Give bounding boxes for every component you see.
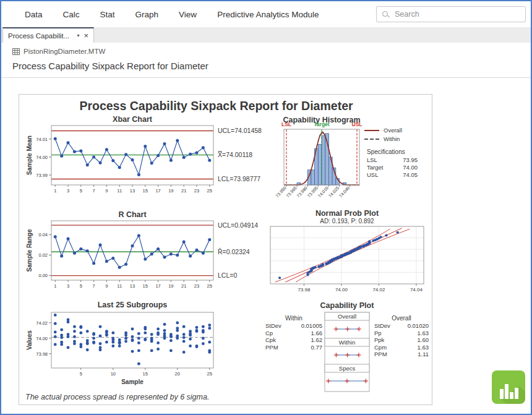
worksheet-grid-icon [12,48,20,55]
svg-text:17: 17 [155,283,160,289]
svg-text:74.025: 74.025 [328,186,340,199]
graph-panel[interactable]: Process Capability Sixpack Report for Di… [19,94,432,405]
svg-text:0.00: 0.00 [38,273,48,278]
svg-text:Sample: Sample [121,379,144,385]
r-chart: R ChartUCL=0.04914R̄=0.02324LCL=00.000.0… [24,211,278,297]
svg-text:Specs: Specs [339,365,356,372]
tab-close-icon[interactable]: × [84,32,88,40]
svg-text:5: 5 [80,371,82,377]
svg-text:Target: Target [314,121,330,127]
spec-row-lsl: LSL 73.95 [364,156,418,164]
tab-label: Process Capabilit... [8,32,72,40]
app-window: Data Calc Stat Graph View Predictive Ana… [0,0,532,415]
minitab-graph-icon [492,370,525,404]
capability-plot: Capability PlotOverallWithinSpecs Within… [264,301,430,404]
worksheet-name: PistonRingDiameter.MTW [24,48,105,55]
svg-text:Values: Values [26,330,33,350]
svg-text:23: 23 [194,188,199,194]
svg-text:3: 3 [67,188,69,194]
svg-text:X̿=74.00118: X̿=74.00118 [217,151,252,158]
search-box[interactable] [376,6,526,22]
svg-text:1: 1 [54,188,56,194]
legend-overall: Overall [364,127,429,134]
search-icon [382,11,390,19]
normal-prob-plot: Normal Prob PlotAD: 0.193, P: 0.89273.98… [264,210,429,302]
svg-text:Sample Mean: Sample Mean [26,135,33,175]
tab-dropdown-icon[interactable]: ▾ [77,33,79,38]
svg-text:15: 15 [143,371,148,377]
xbar-chart: Xbar ChartUCL=74.01458X̿=74.00118LCL=73.… [24,116,278,202]
svg-text:74.040: 74.040 [338,186,351,199]
svg-text:74.00: 74.00 [36,336,48,341]
page-title: Process Capability Sixpack Report for Di… [12,61,520,71]
svg-text:74.00: 74.00 [335,287,348,293]
search-input[interactable] [393,9,521,19]
menu-predictive-analytics-module[interactable]: Predictive Analytics Module [217,10,319,19]
svg-text:R̄=0.02324: R̄=0.02324 [218,248,250,255]
legend-overall-label: Overall [384,127,402,134]
svg-text:AD: 0.193, P: 0.892: AD: 0.193, P: 0.892 [320,218,374,225]
svg-text:7: 7 [93,188,95,194]
svg-text:UCL=0.04914: UCL=0.04914 [218,221,258,229]
svg-text:LCL=0: LCL=0 [218,272,237,279]
svg-text:74.00: 74.00 [36,155,48,160]
svg-text:74.01: 74.01 [36,137,48,142]
svg-text:74.04: 74.04 [410,287,423,293]
svg-text:19: 19 [168,188,173,194]
svg-text:15: 15 [143,283,148,289]
svg-text:LCL=73.98777: LCL=73.98777 [218,175,260,182]
spec-row-usl: USL 74.05 [364,171,418,179]
svg-text:23: 23 [194,283,199,289]
svg-text:20: 20 [175,371,180,377]
svg-text:Capability Plot: Capability Plot [320,301,375,310]
histogram-legend: Overall Within Specifications LSL 73.95 … [364,127,429,179]
svg-text:USL: USL [352,121,363,127]
svg-text:Xbar Chart: Xbar Chart [113,116,153,124]
svg-text:5: 5 [80,188,82,194]
svg-text:Last 25 Subgroups: Last 25 Subgroups [98,301,168,309]
svg-text:73.980: 73.980 [296,186,308,199]
svg-text:21: 21 [181,283,186,289]
overall-line-swatch [364,130,379,131]
svg-text:UCL=74.01458: UCL=74.01458 [218,127,262,134]
svg-text:74.010: 74.010 [317,186,330,199]
within-stats: Within StDev0.01005 Cp1.66 Cpk1.62 PPM0.… [265,315,322,351]
worksheet-link[interactable]: PistonRingDiameter.MTW [12,48,531,55]
spec-row-target: Target 74.00 [364,164,418,171]
legend-within-label: Within [384,135,400,142]
svg-text:11: 11 [117,283,122,289]
svg-text:73.995: 73.995 [307,186,319,199]
menu-data[interactable]: Data [25,10,43,19]
graph-title: Process Capability Sixpack Report for Di… [19,99,413,113]
svg-text:19: 19 [168,283,173,289]
svg-text:Sample Range: Sample Range [26,229,33,272]
capability-histogram: Capability HistogramLSLTargetUSL73.95073… [260,116,369,210]
svg-text:74.02: 74.02 [372,287,385,293]
sigma-footnote: The actual process spread is represented… [25,393,209,401]
svg-text:73.965: 73.965 [285,186,298,199]
menu-graph[interactable]: Graph [135,10,159,19]
svg-text:Normal Prob Plot: Normal Prob Plot [315,210,379,218]
svg-text:Within: Within [339,339,355,346]
svg-text:15: 15 [143,188,148,194]
svg-text:5: 5 [80,283,82,289]
menu-calc[interactable]: Calc [63,10,80,19]
svg-text:13: 13 [130,188,135,194]
within-line-swatch [364,139,379,140]
header-divider [1,77,531,78]
svg-text:73.950: 73.950 [275,186,287,199]
svg-text:0.04: 0.04 [38,232,48,237]
menu-view[interactable]: View [179,10,197,19]
tab-strip: Process Capabilit... ▾ × [1,27,531,43]
tab-process-capability[interactable]: Process Capabilit... ▾ × [2,27,94,43]
svg-text:3: 3 [67,283,69,289]
svg-text:25: 25 [207,188,212,194]
svg-text:1: 1 [54,283,56,289]
svg-text:7: 7 [93,283,95,289]
overall-stats: Overall StDev0.01020 Pp1.63 Ppk1.60 Cpm1… [374,315,429,358]
svg-text:10: 10 [111,371,116,377]
svg-text:LSL: LSL [281,121,291,127]
svg-text:9: 9 [105,188,108,194]
svg-text:0.02: 0.02 [38,252,48,258]
menu-stat[interactable]: Stat [100,10,115,19]
